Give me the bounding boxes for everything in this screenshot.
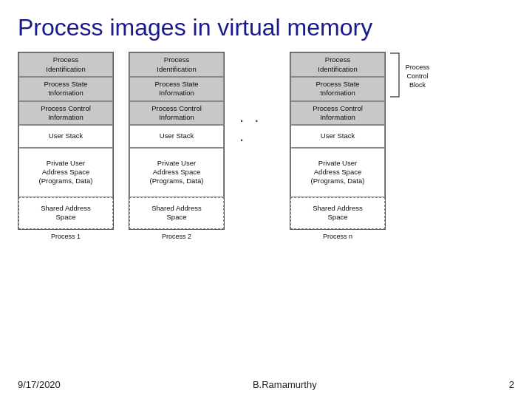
p2-identification: ProcessIdentification bbox=[129, 52, 224, 77]
footer: 9/17/2020 B.Ramamurthy 2 bbox=[18, 379, 514, 390]
footer-page: 2 bbox=[509, 379, 514, 390]
diagram-area: ProcessIdentification Process StateInfor… bbox=[18, 52, 514, 239]
pn-private-space: Private UserAddress Space(Programs, Data… bbox=[290, 148, 385, 197]
slide-title: Process images in virtual memory bbox=[18, 13, 514, 41]
process-1-column: ProcessIdentification Process StateInfor… bbox=[18, 52, 114, 239]
process-n-block: ProcessIdentification Process StateInfor… bbox=[290, 52, 386, 229]
p2-private-space: Private UserAddress Space(Programs, Data… bbox=[129, 148, 224, 197]
p1-label: Process 1 bbox=[51, 233, 81, 240]
pn-state: Process StateInformation bbox=[290, 77, 385, 101]
p2-shared-space: Shared AddressSpace bbox=[129, 197, 224, 229]
p2-control: Process ControlInformation bbox=[129, 101, 224, 126]
pn-label: Process n bbox=[323, 233, 352, 240]
pcb-label: ProcessControlBlock bbox=[402, 64, 433, 89]
p1-state: Process StateInformation bbox=[18, 77, 113, 101]
process-2-block: ProcessIdentification Process StateInfor… bbox=[129, 52, 225, 229]
p1-shared-space: Shared AddressSpace bbox=[18, 197, 113, 229]
pn-control: Process ControlInformation bbox=[290, 101, 385, 126]
pcb-bracket-area: ProcessControlBlock bbox=[389, 52, 433, 98]
p1-control: Process ControlInformation bbox=[18, 101, 113, 126]
p2-label: Process 2 bbox=[162, 233, 191, 240]
p2-state: Process StateInformation bbox=[129, 77, 224, 101]
process-n-column: ProcessIdentification Process StateInfor… bbox=[290, 52, 386, 239]
pn-with-brace: ProcessIdentification Process StateInfor… bbox=[290, 52, 433, 239]
footer-author: B.Ramamurthy bbox=[253, 379, 317, 390]
p1-user-stack: User Stack bbox=[18, 125, 113, 147]
columns-wrapper: ProcessIdentification Process StateInfor… bbox=[18, 52, 433, 239]
process-2-column: ProcessIdentification Process StateInfor… bbox=[129, 52, 225, 239]
pn-identification: ProcessIdentification bbox=[290, 52, 385, 77]
p2-user-stack: User Stack bbox=[129, 125, 224, 147]
process-1-block: ProcessIdentification Process StateInfor… bbox=[18, 52, 114, 229]
p1-private-space: Private UserAddress Space(Programs, Data… bbox=[18, 148, 113, 197]
slide: Process images in virtual memory Process… bbox=[0, 0, 532, 399]
pn-user-stack: User Stack bbox=[290, 125, 385, 147]
footer-date: 9/17/2020 bbox=[18, 379, 61, 390]
ellipsis: · · · bbox=[239, 52, 275, 149]
pcb-brace-svg bbox=[389, 52, 400, 98]
p1-identification: ProcessIdentification bbox=[18, 52, 113, 77]
pn-shared-space: Shared AddressSpace bbox=[290, 197, 385, 229]
